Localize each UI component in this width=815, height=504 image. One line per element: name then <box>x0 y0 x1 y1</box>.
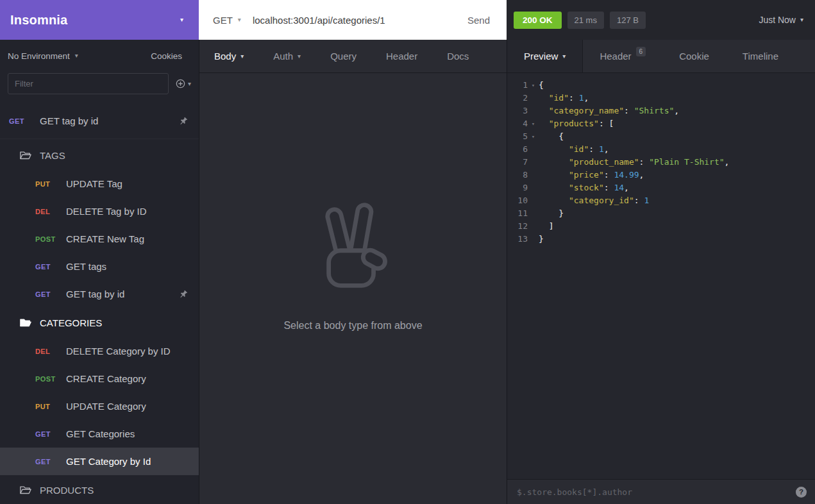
open-folder-icon <box>20 318 31 328</box>
method-tag: DEL <box>35 348 66 355</box>
folder-tags[interactable]: TAGS <box>0 140 199 170</box>
request-name: UPDATE Category <box>66 401 199 412</box>
pushpin-icon[interactable] <box>179 290 188 299</box>
code-line: 1▾{ <box>511 79 815 92</box>
tab-body[interactable]: Body▾ <box>199 40 258 72</box>
tab-header[interactable]: Header6 <box>583 40 662 72</box>
request-item[interactable]: GETGET tag by id <box>0 280 199 308</box>
code-line: 6 "id": 1, <box>511 143 815 156</box>
code-text: "products": [ <box>539 117 614 130</box>
response-body-preview[interactable]: 1▾{2 "id": 1,3 "category_name": "Shirts"… <box>507 73 815 479</box>
tab-docs[interactable]: Docs <box>432 40 483 72</box>
request-url-bar: GET ▾ localhost:3001/api/categories/1 Se… <box>199 0 507 40</box>
code-text: } <box>539 207 564 220</box>
empty-state-message: Select a body type from above <box>283 320 422 332</box>
folder-categories[interactable]: CATEGORIES <box>0 308 199 337</box>
fold-toggle-icon[interactable]: ▾ <box>528 117 539 130</box>
code-text: { <box>539 130 564 143</box>
environment-row: No Environment ▾ Cookies <box>0 40 199 72</box>
create-request-button[interactable]: ▾ <box>176 79 191 88</box>
chevron-down-icon: ▾ <box>800 17 803 23</box>
tab-preview[interactable]: Preview▾ <box>507 40 583 72</box>
line-number: 10 <box>511 194 528 207</box>
environment-dropdown[interactable]: No Environment ▾ <box>8 51 78 61</box>
folder-products[interactable]: PRODUCTS <box>0 475 199 504</box>
request-item[interactable]: GETGET tags <box>0 253 199 280</box>
request-item[interactable]: GETGET tag by id <box>0 107 199 135</box>
response-filter-input[interactable] <box>516 487 789 498</box>
response-history-dropdown[interactable]: Just Now ▾ <box>759 15 803 25</box>
chevron-down-icon: ▾ <box>298 53 301 60</box>
chevron-down-icon: ▾ <box>75 53 78 59</box>
sidebar-filter-input[interactable] <box>8 73 169 94</box>
send-button[interactable]: Send <box>451 15 507 26</box>
fold-spacer <box>528 207 539 220</box>
code-text: { <box>539 79 544 92</box>
request-item[interactable]: DELDELETE Category by ID <box>0 337 199 365</box>
tab-label: Header <box>386 51 417 62</box>
request-item[interactable]: GETGET Category by Id <box>0 448 199 475</box>
request-item[interactable]: GETGET Categories <box>0 420 199 448</box>
code-text: "product_name": "Plain T-Shirt", <box>539 156 729 169</box>
status-badge: 200 OK <box>514 12 562 29</box>
request-tabs: Body▾Auth▾QueryHeaderDocs <box>199 40 507 73</box>
tab-auth[interactable]: Auth▾ <box>258 40 315 72</box>
request-item[interactable]: DELDELETE Tag by ID <box>0 197 199 225</box>
help-icon[interactable]: ? <box>796 487 807 498</box>
code-line: 8 "price": 14.99, <box>511 169 815 181</box>
chevron-down-icon: ▾ <box>240 53 244 60</box>
request-pane: Body▾Auth▾QueryHeaderDocs Select a body … <box>199 40 507 504</box>
fold-toggle-icon[interactable]: ▾ <box>528 130 539 143</box>
fold-spacer <box>528 194 539 207</box>
request-item[interactable]: POSTCREATE Category <box>0 365 199 392</box>
code-line: 2 "id": 1, <box>511 92 815 105</box>
url-input[interactable]: localhost:3001/api/categories/1 <box>253 15 451 26</box>
request-name: DELETE Tag by ID <box>66 206 199 217</box>
line-number: 6 <box>511 143 528 156</box>
fold-spacer <box>528 181 539 194</box>
code-line: 9 "stock": 14, <box>511 181 815 194</box>
method-dropdown[interactable]: GET ▾ <box>199 15 253 26</box>
tab-cookie[interactable]: Cookie <box>662 40 726 72</box>
response-size-badge: 127 B <box>610 12 646 29</box>
folder-name: CATEGORIES <box>40 317 102 328</box>
method-tag: PUT <box>35 403 66 410</box>
code-text: "category_id": 1 <box>539 194 649 207</box>
fold-spacer <box>528 233 539 246</box>
fold-spacer <box>528 156 539 169</box>
code-line: 7 "product_name": "Plain T-Shirt", <box>511 156 815 169</box>
response-pane: Preview▾Header6CookieTimeline 1▾{2 "id":… <box>507 40 815 504</box>
line-number: 7 <box>511 156 528 169</box>
cookies-button[interactable]: Cookies <box>151 51 182 61</box>
pinned-requests: GETGET tag by id <box>0 107 199 139</box>
code-text: "price": 14.99, <box>539 169 644 181</box>
fold-spacer <box>528 105 539 117</box>
method-tag: PUT <box>35 180 66 188</box>
fold-spacer <box>528 169 539 181</box>
tab-label: Cookie <box>679 51 709 62</box>
tab-label: Header <box>600 51 631 62</box>
line-number: 3 <box>511 105 528 117</box>
tab-query[interactable]: Query <box>315 40 371 72</box>
pushpin-icon[interactable] <box>179 117 188 126</box>
request-list: TAGSPUTUPDATE TagDELDELETE Tag by IDPOST… <box>0 140 199 504</box>
open-folder-icon <box>20 485 31 495</box>
code-text: "id": 1, <box>539 143 609 156</box>
line-number: 8 <box>511 169 528 181</box>
peace-hand-icon <box>312 201 394 294</box>
fold-toggle-icon[interactable]: ▾ <box>528 79 539 92</box>
code-line: 11 } <box>511 207 815 220</box>
request-name: GET Categories <box>66 428 199 439</box>
method-tag: GET <box>35 290 66 298</box>
tab-header[interactable]: Header <box>371 40 432 72</box>
request-item[interactable]: PUTUPDATE Tag <box>0 170 199 197</box>
header-count-badge: 6 <box>636 47 646 56</box>
request-name: GET Category by Id <box>66 456 199 467</box>
sidebar: No Environment ▾ Cookies ▾ GETGET tag by… <box>0 40 199 504</box>
chevron-down-icon: ▾ <box>180 17 183 23</box>
response-tabs: Preview▾Header6CookieTimeline <box>507 40 815 73</box>
request-item[interactable]: POSTCREATE New Tag <box>0 225 199 253</box>
workspace-switcher[interactable]: Insomnia ▾ <box>0 0 199 40</box>
tab-timeline[interactable]: Timeline <box>726 40 795 72</box>
request-item[interactable]: PUTUPDATE Category <box>0 392 199 420</box>
